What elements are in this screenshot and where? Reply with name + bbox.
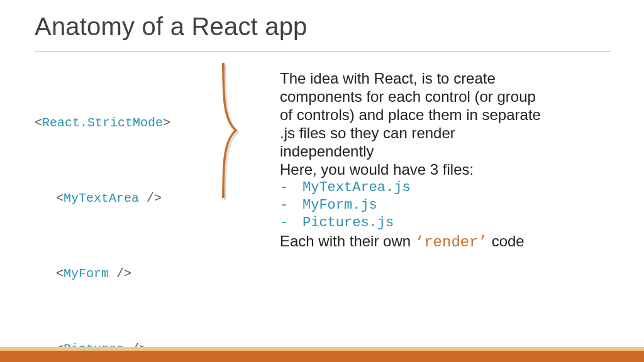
list-item: -MyTextArea.js: [280, 179, 550, 197]
explanation-paragraph-1: The idea with React, is to create compon…: [280, 69, 550, 160]
code-line-open: <React.StrictMode>: [35, 111, 186, 136]
slide: Anatomy of a React app <React.StrictMode…: [0, 0, 644, 362]
list-item: -Pictures.js: [280, 214, 550, 232]
title-divider: [35, 51, 611, 52]
code-line-component-2: <MyForm />: [35, 261, 186, 287]
footer-bars: [0, 347, 644, 362]
code-snippet: <React.StrictMode> <MyTextArea /> <MyFor…: [35, 60, 186, 362]
render-keyword: ‘render’: [415, 234, 487, 251]
footer-accent-dark: [0, 351, 644, 362]
page-title: Anatomy of a React app: [35, 13, 308, 41]
explanation-paragraph-2: Here, you would have 3 files:: [280, 160, 550, 178]
explanation-paragraph-3: Each with their own ‘render’ code: [280, 232, 550, 251]
file-list: -MyTextArea.js -MyForm.js -Pictures.js: [280, 179, 550, 232]
brace-icon: [220, 63, 252, 198]
list-item: -MyForm.js: [280, 197, 550, 214]
code-line-component-1: <MyTextArea />: [35, 186, 186, 211]
explanation-text: The idea with React, is to create compon…: [280, 69, 550, 251]
